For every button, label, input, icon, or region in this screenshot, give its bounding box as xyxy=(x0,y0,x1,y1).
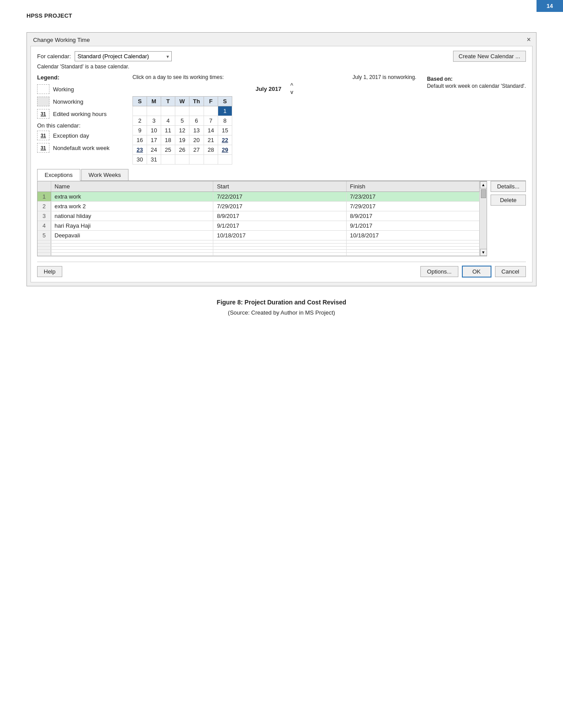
calendar-day[interactable]: 19 xyxy=(175,135,189,145)
calendar-day[interactable]: 1 xyxy=(218,106,232,116)
calendar-day[interactable] xyxy=(161,106,175,116)
calendar-day[interactable]: 30 xyxy=(133,155,147,165)
exc-cell-num: 4 xyxy=(38,221,51,231)
exc-cell-num: 1 xyxy=(38,192,51,202)
options-button[interactable]: Options... xyxy=(420,266,458,277)
base-calendar-note: Calendar 'Standard' is a base calendar. xyxy=(37,64,526,70)
calendar-day[interactable]: 28 xyxy=(204,145,218,155)
calendar-day[interactable]: 12 xyxy=(175,126,189,135)
calendar-day[interactable]: 24 xyxy=(147,145,161,155)
table-row[interactable]: 4hari Raya Haji9/1/20179/1/2017 xyxy=(38,221,480,231)
calendar-select-wrapper[interactable]: Standard (Project Calendar) xyxy=(75,51,172,61)
calendar-day[interactable]: 3 xyxy=(147,116,161,126)
bottom-row: Help Options... OK Cancel xyxy=(37,262,526,278)
exc-scroll-down-button[interactable]: ▼ xyxy=(480,249,487,256)
calendar-day[interactable] xyxy=(189,155,204,165)
exc-cell-name xyxy=(51,247,213,250)
change-working-time-dialog: Change Working Time × For calendar: Stan… xyxy=(26,32,537,286)
calendar-day[interactable]: 23 xyxy=(133,145,147,155)
table-row[interactable]: 1extra work7/22/20177/23/2017 xyxy=(38,192,480,202)
exc-cell-start: 7/22/2017 xyxy=(213,192,346,202)
calendar-day[interactable]: 6 xyxy=(189,116,204,126)
figure-source: (Source: Created by Author in MS Project… xyxy=(26,309,537,316)
calendar-day[interactable]: 10 xyxy=(147,126,161,135)
working-legend-box xyxy=(37,84,49,94)
table-row[interactable]: 2extra work 27/29/20177/29/2017 xyxy=(38,202,480,211)
calendar-day[interactable] xyxy=(147,106,161,116)
cancel-button[interactable]: Cancel xyxy=(495,266,526,277)
calendar-month-title: July 2017 ^ v xyxy=(132,82,416,95)
table-row[interactable] xyxy=(38,250,480,253)
page-header: HPSS PROJECT xyxy=(0,0,563,19)
nondefault-week-legend-label: Nondefault work week xyxy=(53,145,110,151)
exc-cell-finish: 7/23/2017 xyxy=(346,192,479,202)
help-button[interactable]: Help xyxy=(37,266,62,277)
exc-cell-start xyxy=(213,244,346,247)
calendar-day[interactable]: 16 xyxy=(133,135,147,145)
calendar-day[interactable]: 27 xyxy=(189,145,204,155)
calendar-day[interactable]: 20 xyxy=(189,135,204,145)
table-row[interactable]: 3national hliday8/9/20178/9/2017 xyxy=(38,211,480,221)
exc-cell-num xyxy=(38,244,51,247)
exc-cell-finish: 7/29/2017 xyxy=(346,202,479,211)
calendar-day[interactable]: 26 xyxy=(175,145,189,155)
calendar-day[interactable]: 29 xyxy=(218,145,232,155)
exc-cell-finish xyxy=(346,253,479,256)
cal-header-w: W xyxy=(175,97,189,106)
delete-button[interactable]: Delete xyxy=(491,195,526,206)
ok-button[interactable]: OK xyxy=(462,266,491,278)
exc-cell-num xyxy=(38,253,51,256)
calendar-day[interactable]: 25 xyxy=(161,145,175,155)
calendar-day[interactable] xyxy=(175,106,189,116)
table-row[interactable] xyxy=(38,244,480,247)
calendar-day[interactable]: 4 xyxy=(161,116,175,126)
figure-caption: Figure 8: Project Duration and Cost Revi… xyxy=(26,299,537,306)
tab-exceptions[interactable]: Exceptions xyxy=(37,169,80,181)
calendar-day[interactable]: 21 xyxy=(204,135,218,145)
exc-scroll-wrapper: Name Start Finish 1extra work7/22/20177/… xyxy=(38,181,487,256)
calendar-day[interactable] xyxy=(161,155,175,165)
table-row[interactable] xyxy=(38,247,480,250)
calendar-day[interactable] xyxy=(204,155,218,165)
calendar-day[interactable] xyxy=(189,106,204,116)
exc-scroll-up-button[interactable]: ▲ xyxy=(480,181,487,188)
table-row[interactable] xyxy=(38,253,480,256)
exc-cell-name: hari Raya Haji xyxy=(51,221,213,231)
details-button[interactable]: Details... xyxy=(491,181,526,192)
table-row[interactable] xyxy=(38,240,480,244)
calendar-day[interactable]: 13 xyxy=(189,126,204,135)
create-new-calendar-button[interactable]: Create New Calendar ... xyxy=(453,51,526,62)
calendar-day[interactable] xyxy=(204,106,218,116)
dialog-body: For calendar: Standard (Project Calendar… xyxy=(30,46,533,282)
calendar-info-row: Click on a day to see its working times:… xyxy=(132,74,416,80)
calendar-day[interactable]: 11 xyxy=(161,126,175,135)
calendar-day[interactable]: 14 xyxy=(204,126,218,135)
calendar-day[interactable]: 31 xyxy=(147,155,161,165)
calendar-day[interactable] xyxy=(175,155,189,165)
calendar-day[interactable]: 18 xyxy=(161,135,175,145)
calendar-nav-up[interactable]: ^ xyxy=(290,82,293,88)
exc-scroll-track xyxy=(480,188,487,249)
exc-cell-name: extra work xyxy=(51,192,213,202)
calendar-day[interactable]: 22 xyxy=(218,135,232,145)
calendar-day[interactable]: 7 xyxy=(204,116,218,126)
calendar-day[interactable] xyxy=(133,106,147,116)
calendar-nav-down[interactable]: v xyxy=(290,89,293,95)
based-on-text: Default work week on calendar 'Standard'… xyxy=(427,83,526,89)
tab-work-weeks[interactable]: Work Weeks xyxy=(81,169,128,180)
calendar-day[interactable]: 8 xyxy=(218,116,232,126)
calendar-day[interactable]: 17 xyxy=(147,135,161,145)
cal-header-m: M xyxy=(147,97,161,106)
exceptions-table-container: Name Start Finish 1extra work7/22/20177/… xyxy=(37,181,487,256)
exc-cell-name xyxy=(51,253,213,256)
dialog-close-button[interactable]: × xyxy=(527,36,531,43)
calendar-day[interactable]: 9 xyxy=(133,126,147,135)
calendar-day[interactable]: 15 xyxy=(218,126,232,135)
calendar-day[interactable]: 2 xyxy=(133,116,147,126)
calendar-select[interactable]: Standard (Project Calendar) xyxy=(75,51,172,61)
legend-item-exception: 31 Exception day xyxy=(37,131,125,140)
for-calendar-row: For calendar: Standard (Project Calendar… xyxy=(37,51,526,62)
calendar-day[interactable] xyxy=(218,155,232,165)
table-row[interactable]: 5Deepavali10/18/201710/18/2017 xyxy=(38,231,480,240)
calendar-day[interactable]: 5 xyxy=(175,116,189,126)
